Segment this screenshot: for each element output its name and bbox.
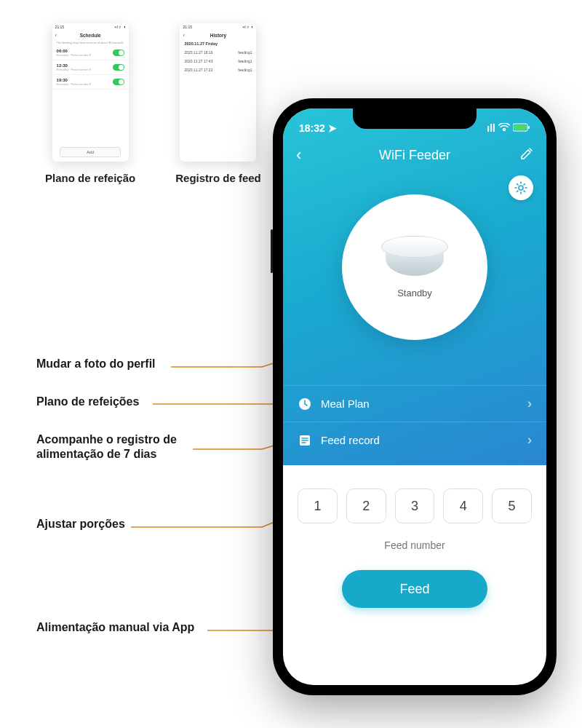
mini-schedule-titlebar: ‹ Schedule <box>52 31 129 39</box>
feed-button[interactable]: Feed <box>342 570 487 608</box>
toggle-switch[interactable] <box>113 50 124 56</box>
status-time-value: 18:32 <box>299 122 325 134</box>
status-time: 18:32 ➤ <box>299 122 337 134</box>
status-right-icons: ıll <box>487 122 530 134</box>
svg-rect-2 <box>528 126 530 129</box>
profile-photo-button[interactable]: Standby <box>342 194 487 340</box>
history-row: 2020.11.27 17:43feeding1 <box>180 57 256 66</box>
phone-notch <box>353 108 477 129</box>
edit-icon[interactable] <box>520 147 533 164</box>
schedule-row[interactable]: 12:30Everyday · Feed number 8 <box>52 60 129 75</box>
callout-portions: Ajustar porções <box>36 517 125 531</box>
history-date-header: 2020.11.27 Friday <box>180 39 256 48</box>
mini-history-titlebar: ‹ History <box>180 31 256 39</box>
mini-schedule-title: Schedule <box>80 33 101 38</box>
mini-schedule-col: 21:15 •ıl ᯤ ▮ ‹ Schedule The feeding may… <box>45 23 135 184</box>
history-row-tag: feeding1 <box>238 50 252 55</box>
schedule-row-sub: Everyday · Feed number 8 <box>57 53 91 57</box>
gear-icon <box>514 181 527 194</box>
portion-button-1[interactable]: 1 <box>298 488 338 523</box>
settings-button[interactable] <box>509 175 533 200</box>
bowl-icon <box>378 236 451 276</box>
mini-status-bar: 21:15 •ıl ᯤ ▮ <box>180 23 256 31</box>
clock-icon <box>298 397 312 411</box>
history-row-ts: 2020.11.27 17:22 <box>184 68 212 72</box>
app-hero-section: 18:32 ➤ ıll ‹ WiFi Feeder <box>283 108 546 465</box>
mini-schedule-screen: 21:15 •ıl ᯤ ▮ ‹ Schedule The feeding may… <box>52 23 129 162</box>
mini-status-bar: 21:15 •ıl ᯤ ▮ <box>52 23 129 31</box>
feed-record-label: Feed record <box>321 434 380 446</box>
feed-record-row[interactable]: Feed record › <box>283 422 546 458</box>
bottom-section: 1 2 3 4 5 Feed number Feed <box>283 465 546 622</box>
callout-manual-feed: Alimentação manual via App <box>36 620 194 635</box>
mini-history-caption: Registro de feed <box>175 172 261 184</box>
chevron-right-icon: › <box>527 432 532 448</box>
mini-history-screen: 21:15 •ıl ᯤ ▮ ‹ History 2020.11.27 Frida… <box>180 23 256 162</box>
back-icon[interactable]: ‹ <box>55 33 57 38</box>
schedule-row-sub: Everyday · Feed number 8 <box>57 82 91 86</box>
mini-schedule-note: The feeding may have an error of about 3… <box>52 39 129 46</box>
back-icon[interactable]: ‹ <box>183 33 184 38</box>
mini-schedule-caption: Plano de refeição <box>45 172 135 184</box>
mini-history-col: 21:15 •ıl ᯤ ▮ ‹ History 2020.11.27 Frida… <box>175 23 261 184</box>
portion-button-2[interactable]: 2 <box>346 488 386 523</box>
wifi-icon <box>498 122 510 134</box>
portion-button-5[interactable]: 5 <box>492 488 532 523</box>
callout-feed-record: Acompanhe o registro de alimentação de 7… <box>36 432 177 462</box>
history-row: 2020.11.27 17:22feeding1 <box>180 66 256 74</box>
list-icon <box>298 433 312 448</box>
phone-mockup: 18:32 ➤ ıll ‹ WiFi Feeder <box>273 98 557 695</box>
toggle-switch[interactable] <box>113 64 124 71</box>
battery-icon <box>513 122 530 134</box>
callout-profile: Mudar a foto do perfil <box>36 357 156 371</box>
schedule-row-sub: Everyday · Feed number 8 <box>57 68 91 71</box>
svg-rect-1 <box>514 125 527 130</box>
callout-meal-plan: Plano de refeições <box>36 395 139 409</box>
page-title: WiFi Feeder <box>379 148 450 163</box>
device-status: Standby <box>397 288 432 298</box>
mini-status-icons: •ıl ᯤ ▮ <box>242 25 253 29</box>
back-button[interactable]: ‹ <box>296 146 301 165</box>
phone-screen: 18:32 ➤ ıll ‹ WiFi Feeder <box>283 108 546 685</box>
portion-button-3[interactable]: 3 <box>395 488 435 523</box>
portion-button-4[interactable]: 4 <box>443 488 483 523</box>
toggle-switch[interactable] <box>113 79 124 85</box>
mini-status-time: 21:15 <box>183 25 192 29</box>
meal-plan-label: Meal Plan <box>321 397 370 410</box>
signal-icon: ıll <box>487 122 495 134</box>
add-schedule-button[interactable]: Add <box>60 147 121 157</box>
location-icon: ➤ <box>328 122 337 134</box>
mini-status-time: 21:15 <box>55 25 65 29</box>
chevron-right-icon: › <box>527 396 532 411</box>
schedule-row[interactable]: 19:30Everyday · Feed number 8 <box>52 75 129 90</box>
history-row-ts: 2020.11.27 18:16 <box>184 50 212 55</box>
app-navbar: ‹ WiFi Feeder <box>283 139 546 171</box>
svg-point-3 <box>519 186 523 190</box>
schedule-row[interactable]: 06:00Everyday · Feed number 8 <box>52 46 129 60</box>
portion-row: 1 2 3 4 5 <box>298 488 532 523</box>
history-row-tag: feeding1 <box>238 59 252 63</box>
meal-plan-row[interactable]: Meal Plan › <box>283 385 546 422</box>
mini-screenshots-row: 21:15 •ıl ᯤ ▮ ‹ Schedule The feeding may… <box>45 23 261 184</box>
mini-status-icons: •ıl ᯤ ▮ <box>115 25 126 29</box>
history-row-ts: 2020.11.27 17:43 <box>184 59 212 63</box>
mini-history-title: History <box>210 33 226 38</box>
history-row-tag: feeding1 <box>238 68 252 72</box>
history-row: 2020.11.27 18:16feeding1 <box>180 48 256 57</box>
portion-label: Feed number <box>298 539 532 551</box>
